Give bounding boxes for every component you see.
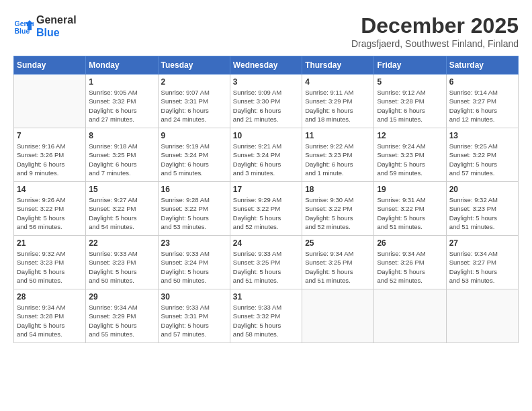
day-number: 22 — [89, 238, 154, 248]
day-number: 18 — [305, 185, 371, 194]
day-info: Sunrise: 9:27 AMSunset: 3:22 PMDaylight:… — [89, 195, 154, 231]
calendar-cell: 9Sunrise: 9:19 AMSunset: 3:24 PMDaylight… — [158, 128, 230, 182]
calendar-cell: 2Sunrise: 9:07 AMSunset: 3:31 PMDaylight… — [158, 75, 230, 128]
calendar-cell: 30Sunrise: 9:33 AMSunset: 3:31 PMDayligh… — [158, 289, 230, 343]
calendar-cell: 26Sunrise: 9:34 AMSunset: 3:26 PMDayligh… — [374, 236, 446, 289]
day-info: Sunrise: 9:33 AMSunset: 3:31 PMDaylight:… — [161, 303, 227, 338]
day-number: 4 — [305, 77, 371, 87]
day-info: Sunrise: 9:19 AMSunset: 3:24 PMDaylight:… — [161, 142, 227, 177]
day-number: 24 — [233, 238, 299, 248]
day-info: Sunrise: 9:24 AMSunset: 3:23 PMDaylight:… — [377, 142, 443, 177]
calendar-cell: 21Sunrise: 9:32 AMSunset: 3:23 PMDayligh… — [14, 236, 86, 289]
weekday-header-tuesday: Tuesday — [158, 56, 230, 75]
logo: General Blue General Blue — [13, 13, 77, 39]
day-number: 26 — [377, 238, 443, 248]
logo-text-line2: Blue — [36, 26, 77, 39]
calendar-cell: 18Sunrise: 9:30 AMSunset: 3:22 PMDayligh… — [302, 182, 374, 236]
title-block: December 2025 Dragsfjaerd, Southwest Fin… — [351, 13, 519, 49]
calendar-cell: 8Sunrise: 9:18 AMSunset: 3:25 PMDaylight… — [86, 128, 158, 182]
day-number: 25 — [305, 238, 371, 248]
day-number: 13 — [449, 131, 515, 140]
day-info: Sunrise: 9:05 AMSunset: 3:32 PMDaylight:… — [89, 88, 154, 124]
calendar-cell — [446, 289, 518, 343]
calendar-cell: 24Sunrise: 9:33 AMSunset: 3:25 PMDayligh… — [230, 236, 302, 289]
calendar-cell — [14, 75, 86, 128]
calendar-cell: 7Sunrise: 9:16 AMSunset: 3:26 PMDaylight… — [14, 128, 86, 182]
weekday-header-friday: Friday — [374, 56, 446, 75]
day-number: 2 — [161, 77, 227, 87]
day-info: Sunrise: 9:29 AMSunset: 3:22 PMDaylight:… — [233, 195, 299, 231]
day-number: 10 — [233, 131, 299, 140]
day-number: 5 — [377, 77, 443, 87]
location-subtitle: Dragsfjaerd, Southwest Finland, Finland — [351, 38, 519, 49]
calendar-cell: 11Sunrise: 9:22 AMSunset: 3:23 PMDayligh… — [302, 128, 374, 182]
day-number: 1 — [89, 77, 154, 87]
calendar-cell: 4Sunrise: 9:11 AMSunset: 3:29 PMDaylight… — [302, 75, 374, 128]
day-info: Sunrise: 9:26 AMSunset: 3:22 PMDaylight:… — [17, 195, 83, 231]
calendar-week-row: 28Sunrise: 9:34 AMSunset: 3:28 PMDayligh… — [14, 289, 519, 343]
day-info: Sunrise: 9:12 AMSunset: 3:28 PMDaylight:… — [377, 88, 443, 124]
day-info: Sunrise: 9:32 AMSunset: 3:23 PMDaylight:… — [17, 249, 83, 285]
day-number: 15 — [89, 185, 154, 194]
day-info: Sunrise: 9:21 AMSunset: 3:24 PMDaylight:… — [233, 142, 299, 177]
calendar-cell: 19Sunrise: 9:31 AMSunset: 3:22 PMDayligh… — [374, 182, 446, 236]
day-info: Sunrise: 9:34 AMSunset: 3:25 PMDaylight:… — [305, 249, 371, 285]
day-info: Sunrise: 9:25 AMSunset: 3:22 PMDaylight:… — [449, 142, 515, 177]
calendar-cell: 13Sunrise: 9:25 AMSunset: 3:22 PMDayligh… — [446, 128, 518, 182]
day-number: 11 — [305, 131, 371, 140]
day-number: 9 — [161, 131, 227, 140]
day-number: 12 — [377, 131, 443, 140]
calendar-cell: 16Sunrise: 9:28 AMSunset: 3:22 PMDayligh… — [158, 182, 230, 236]
logo-icon: General Blue — [13, 16, 34, 36]
day-number: 16 — [161, 185, 227, 194]
day-info: Sunrise: 9:32 AMSunset: 3:23 PMDaylight:… — [449, 195, 515, 231]
day-info: Sunrise: 9:34 AMSunset: 3:27 PMDaylight:… — [449, 249, 515, 285]
day-number: 14 — [17, 185, 83, 194]
calendar-cell: 20Sunrise: 9:32 AMSunset: 3:23 PMDayligh… — [446, 182, 518, 236]
day-number: 6 — [449, 77, 515, 87]
weekday-header-sunday: Sunday — [14, 56, 86, 75]
calendar-cell: 15Sunrise: 9:27 AMSunset: 3:22 PMDayligh… — [86, 182, 158, 236]
calendar-cell: 28Sunrise: 9:34 AMSunset: 3:28 PMDayligh… — [14, 289, 86, 343]
day-info: Sunrise: 9:18 AMSunset: 3:25 PMDaylight:… — [89, 142, 154, 177]
calendar-cell: 5Sunrise: 9:12 AMSunset: 3:28 PMDaylight… — [374, 75, 446, 128]
calendar-cell: 3Sunrise: 9:09 AMSunset: 3:30 PMDaylight… — [230, 75, 302, 128]
calendar-week-row: 1Sunrise: 9:05 AMSunset: 3:32 PMDaylight… — [14, 75, 519, 128]
calendar-cell: 12Sunrise: 9:24 AMSunset: 3:23 PMDayligh… — [374, 128, 446, 182]
day-number: 17 — [233, 185, 299, 194]
day-info: Sunrise: 9:09 AMSunset: 3:30 PMDaylight:… — [233, 88, 299, 124]
day-info: Sunrise: 9:33 AMSunset: 3:23 PMDaylight:… — [89, 249, 154, 285]
weekday-header-row: SundayMondayTuesdayWednesdayThursdayFrid… — [14, 56, 519, 75]
day-info: Sunrise: 9:11 AMSunset: 3:29 PMDaylight:… — [305, 88, 371, 124]
calendar-cell: 6Sunrise: 9:14 AMSunset: 3:27 PMDaylight… — [446, 75, 518, 128]
calendar-table: SundayMondayTuesdayWednesdayThursdayFrid… — [13, 56, 519, 343]
calendar-week-row: 21Sunrise: 9:32 AMSunset: 3:23 PMDayligh… — [14, 236, 519, 289]
day-number: 3 — [233, 77, 299, 87]
calendar-cell — [374, 289, 446, 343]
weekday-header-monday: Monday — [86, 56, 158, 75]
weekday-header-saturday: Saturday — [446, 56, 518, 75]
day-number: 8 — [89, 131, 154, 140]
day-number: 21 — [17, 238, 83, 248]
day-info: Sunrise: 9:33 AMSunset: 3:25 PMDaylight:… — [233, 249, 299, 285]
day-number: 29 — [89, 292, 154, 302]
calendar-cell: 10Sunrise: 9:21 AMSunset: 3:24 PMDayligh… — [230, 128, 302, 182]
day-number: 31 — [233, 292, 299, 302]
day-info: Sunrise: 9:33 AMSunset: 3:32 PMDaylight:… — [233, 303, 299, 338]
day-number: 30 — [161, 292, 227, 302]
calendar-cell: 23Sunrise: 9:33 AMSunset: 3:24 PMDayligh… — [158, 236, 230, 289]
calendar-cell: 29Sunrise: 9:34 AMSunset: 3:29 PMDayligh… — [86, 289, 158, 343]
calendar-week-row: 7Sunrise: 9:16 AMSunset: 3:26 PMDaylight… — [14, 128, 519, 182]
calendar-week-row: 14Sunrise: 9:26 AMSunset: 3:22 PMDayligh… — [14, 182, 519, 236]
day-number: 28 — [17, 292, 83, 302]
calendar-cell: 27Sunrise: 9:34 AMSunset: 3:27 PMDayligh… — [446, 236, 518, 289]
header: General Blue General Blue December 2025 … — [13, 13, 519, 49]
day-info: Sunrise: 9:16 AMSunset: 3:26 PMDaylight:… — [17, 142, 83, 177]
calendar-cell: 31Sunrise: 9:33 AMSunset: 3:32 PMDayligh… — [230, 289, 302, 343]
day-info: Sunrise: 9:28 AMSunset: 3:22 PMDaylight:… — [161, 195, 227, 231]
day-number: 19 — [377, 185, 443, 194]
day-info: Sunrise: 9:34 AMSunset: 3:28 PMDaylight:… — [17, 303, 83, 338]
svg-text:Blue: Blue — [15, 27, 30, 35]
month-year-title: December 2025 — [351, 13, 519, 38]
day-info: Sunrise: 9:30 AMSunset: 3:22 PMDaylight:… — [305, 195, 371, 231]
